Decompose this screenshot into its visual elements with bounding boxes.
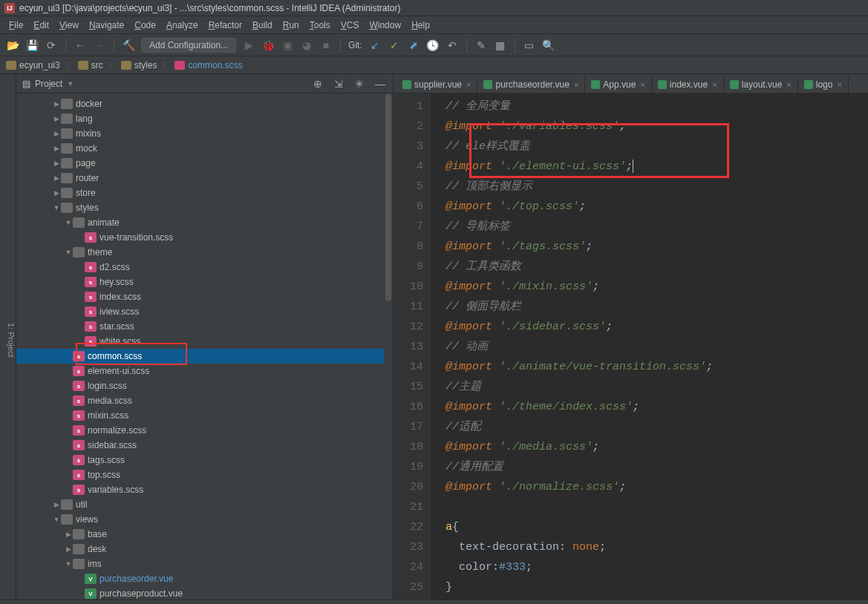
tree-arrow-icon[interactable]: ▼ xyxy=(64,219,73,226)
code-line[interactable]: text-decoration: none; xyxy=(446,537,868,557)
code-line[interactable]: @import './mixin.scss'; xyxy=(446,277,868,297)
code-line[interactable]: @import './normalize.scss'; xyxy=(446,477,868,497)
tree-arrow-icon[interactable]: ▶ xyxy=(52,100,61,108)
code-line[interactable]: color:#333; xyxy=(446,557,868,577)
code-line[interactable]: // 全局变量 xyxy=(446,96,868,116)
code-line[interactable]: } xyxy=(446,577,868,597)
presentation-icon[interactable]: ▭ xyxy=(523,39,536,52)
code-line[interactable]: @import './tags.scss'; xyxy=(446,237,868,257)
tree-item[interactable]: ▼ims xyxy=(16,557,393,571)
scrollbar-thumb[interactable] xyxy=(385,93,391,301)
close-icon[interactable]: × xyxy=(466,80,471,89)
breadcrumb-item[interactable]: common.scss xyxy=(174,60,242,70)
code-line[interactable]: @import './top.scss'; xyxy=(446,197,868,217)
tree-item[interactable]: ▶router xyxy=(16,171,393,186)
tree-item[interactable]: ▶lang xyxy=(16,111,393,126)
tree-item[interactable]: ▶desk xyxy=(16,542,393,557)
tree-arrow-icon[interactable]: ▶ xyxy=(52,174,61,182)
close-icon[interactable]: × xyxy=(837,80,841,89)
gear-icon[interactable]: ✳ xyxy=(353,77,366,91)
forward-icon[interactable]: → xyxy=(93,39,106,52)
editor-tab[interactable]: purchaseorder.vue× xyxy=(477,76,585,93)
git-history-icon[interactable]: 🕓 xyxy=(426,39,440,52)
tree-item[interactable]: vue-transition.scss xyxy=(16,230,393,245)
tree-item[interactable]: index.scss xyxy=(16,289,393,304)
code-line[interactable]: @import './theme/index.scss'; xyxy=(446,397,868,417)
editor-body[interactable]: 1234567891011121314151617181920212223242… xyxy=(394,93,868,600)
ide-scripting-icon[interactable]: ✎ xyxy=(474,39,488,52)
tree-item[interactable]: element-ui.scss xyxy=(16,364,393,378)
tree-arrow-icon[interactable]: ▶ xyxy=(64,545,73,553)
close-icon[interactable]: × xyxy=(712,80,717,89)
code-line[interactable]: @import './element-ui.scss'; xyxy=(446,157,868,177)
code-line[interactable]: @import './sidebar.scss'; xyxy=(446,317,868,337)
project-side-tab[interactable]: 1: Project xyxy=(0,74,16,600)
tree-item[interactable]: ▼theme xyxy=(16,245,393,260)
menu-run[interactable]: Run xyxy=(278,19,304,32)
tree-item[interactable]: ▶mixins xyxy=(16,126,393,141)
back-icon[interactable]: ← xyxy=(74,39,87,52)
structure-icon[interactable]: ▦ xyxy=(494,39,507,52)
code-line[interactable]: //适配 xyxy=(446,417,868,437)
git-update-icon[interactable]: ↙ xyxy=(368,39,382,52)
tree-arrow-icon[interactable]: ▶ xyxy=(52,145,61,152)
editor-tab[interactable]: index.vue× xyxy=(652,76,724,93)
tree-arrow-icon[interactable]: ▶ xyxy=(52,160,61,167)
code-line[interactable]: a{ xyxy=(446,517,868,537)
code-line[interactable]: // ele样式覆盖 xyxy=(446,137,868,157)
code-line[interactable]: // 侧面导航栏 xyxy=(446,297,868,317)
tree-item[interactable]: ▶page xyxy=(16,156,393,171)
close-icon[interactable]: × xyxy=(574,80,578,89)
git-revert-icon[interactable]: ↶ xyxy=(446,39,459,52)
expand-icon[interactable]: ⇲ xyxy=(332,77,345,91)
build-icon[interactable]: 🔨 xyxy=(122,39,135,52)
tree-item[interactable]: ▶docker xyxy=(16,96,393,111)
menu-window[interactable]: Window xyxy=(365,19,405,32)
git-compare-icon[interactable]: ⬈ xyxy=(407,39,420,52)
tree-arrow-icon[interactable]: ▼ xyxy=(52,516,61,523)
tree-item[interactable]: common.scss xyxy=(16,349,393,364)
tree-item[interactable]: white.scss xyxy=(16,334,393,349)
tree-item[interactable]: ▼views xyxy=(16,512,393,527)
menu-file[interactable]: File xyxy=(4,19,27,32)
menu-code[interactable]: Code xyxy=(130,19,160,32)
tree-arrow-icon[interactable]: ▶ xyxy=(52,130,61,137)
tree-item[interactable]: ▶mock xyxy=(16,141,393,156)
tree-item[interactable]: media.scss xyxy=(16,393,393,408)
tree-item[interactable]: ▶util xyxy=(16,497,393,512)
chevron-down-icon[interactable]: ▼ xyxy=(67,80,74,88)
code-line[interactable]: //通用配置 xyxy=(446,457,868,477)
code-line[interactable]: // 顶部右侧显示 xyxy=(446,177,868,197)
run-icon[interactable]: ▶ xyxy=(242,39,255,52)
tree-arrow-icon[interactable]: ▶ xyxy=(52,115,61,122)
menu-vcs[interactable]: VCS xyxy=(336,19,364,32)
menu-navigate[interactable]: Navigate xyxy=(85,19,128,32)
editor-tab[interactable]: App.vue× xyxy=(585,76,651,93)
breadcrumb-item[interactable]: styles xyxy=(121,60,157,70)
code-line[interactable]: // 动画 xyxy=(446,337,868,357)
add-configuration-button[interactable]: Add Configuration... xyxy=(141,38,236,53)
minimize-icon[interactable]: — xyxy=(373,77,387,91)
refresh-icon[interactable]: ⟳ xyxy=(45,39,58,52)
editor-tab[interactable]: layout.vue× xyxy=(724,76,798,93)
code-line[interactable]: // 导航标签 xyxy=(446,217,868,237)
tree-item[interactable]: variables.scss xyxy=(16,482,393,497)
git-commit-icon[interactable]: ✓ xyxy=(388,39,401,52)
tree-arrow-icon[interactable]: ▼ xyxy=(64,560,73,568)
editor-tab[interactable]: logo× xyxy=(798,76,849,93)
search-icon[interactable]: 🔍 xyxy=(542,39,555,52)
save-icon[interactable]: 💾 xyxy=(25,39,39,52)
tree-arrow-icon[interactable]: ▼ xyxy=(64,249,73,256)
coverage-icon[interactable]: ▣ xyxy=(281,39,294,52)
tree-item[interactable]: login.scss xyxy=(16,378,393,393)
code-line[interactable]: // 工具类函数 xyxy=(446,257,868,277)
code-line[interactable]: //主题 xyxy=(446,377,868,397)
tree-arrow-icon[interactable]: ▶ xyxy=(52,501,61,508)
tree-item[interactable]: ▶base xyxy=(16,527,393,542)
menu-help[interactable]: Help xyxy=(407,19,434,32)
tree-item[interactable]: top.scss xyxy=(16,467,393,482)
debug-icon[interactable]: 🐞 xyxy=(261,39,275,52)
editor-tab[interactable]: supplier.vue× xyxy=(397,76,477,93)
tree-item[interactable]: star.scss xyxy=(16,319,393,334)
tree-item[interactable]: hey.scss xyxy=(16,275,393,289)
